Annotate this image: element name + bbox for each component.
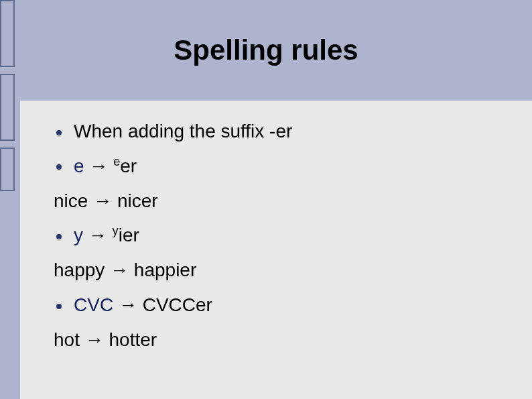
bullet-intro: When adding the suffix -er: [54, 114, 505, 149]
bullet-icon: [56, 234, 62, 239]
arrow: →: [83, 225, 113, 245]
bullet-rule-e: e → eer: [54, 149, 505, 184]
side-decor-3: [0, 148, 15, 191]
slide-title: Spelling rules: [174, 34, 358, 66]
rule-y-to: ier: [119, 225, 139, 245]
bullet-intro-text: When adding the suffix -er: [74, 121, 292, 141]
rule-e-to: er: [120, 156, 137, 176]
slide: Spelling rules When adding the suffix -e…: [0, 0, 532, 399]
bullet-icon: [56, 164, 62, 170]
example-hot: hot → hotter: [54, 323, 505, 357]
bullet-icon: [56, 130, 62, 135]
rule-cvc-to: → CVCCer: [113, 294, 212, 315]
rule-y-sup: y: [113, 224, 119, 237]
rule-e-sup: e: [113, 154, 120, 168]
bullet-icon: [56, 304, 62, 309]
rule-y-from: y: [74, 225, 83, 245]
rule-e-from: e: [74, 156, 84, 176]
example-nice: nice → nicer: [54, 184, 505, 219]
content-area: When adding the suffix -er e → eer nice …: [20, 101, 532, 399]
title-area: Spelling rules: [0, 0, 532, 101]
example-happy: happy → happier: [54, 253, 505, 288]
rule-cvc-from: CVC: [74, 294, 113, 315]
bullet-rule-cvc: CVC → CVCCer: [54, 288, 505, 323]
bullet-rule-y: y → yier: [54, 218, 505, 253]
arrow: →: [84, 156, 114, 176]
